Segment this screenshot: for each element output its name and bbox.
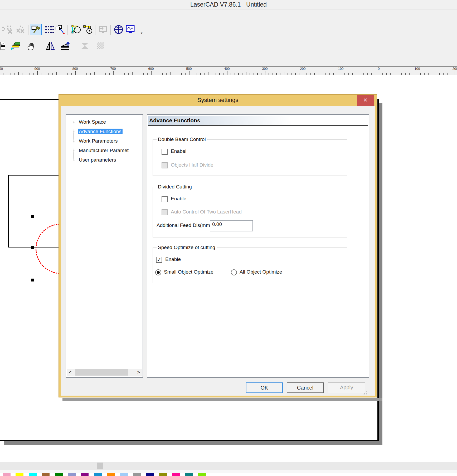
close-icon[interactable]: × [357,95,374,106]
speed-enable-label: Enable [165,256,181,262]
invert-disabled-icon[interactable] [79,40,91,52]
palette-color-swatch[interactable] [159,473,167,476]
object-list-icon[interactable] [43,24,55,35]
settings-tree-panel: Work Space Advance Functions Work Parame… [66,114,143,378]
palette-color-swatch[interactable] [146,473,154,476]
mirror-horizontal-icon[interactable] [45,40,56,52]
panel-header-title: Advance Functions [149,116,368,125]
tree-item-work-parameters[interactable]: Work Parameters [66,137,143,146]
toolbar-separator [67,25,68,35]
double-beam-control-group: Double Beam Control Enabel Objects Half … [153,139,347,176]
advance-functions-panel: Advance Functions Double Beam Control En… [147,114,369,378]
remove-node-disabled-icon[interactable] [4,24,16,35]
apply-button: Apply [328,382,365,393]
ruler-label: 800 [72,67,78,71]
speed-optimize-group: Speed Optimize of cutting ✓ Enable Small… [153,247,347,283]
tree-item-advance-functions[interactable]: Advance Functions [66,127,143,136]
page-top-border [0,99,59,100]
speed-enable-checkbox[interactable]: ✓ [156,257,162,263]
palette-color-swatch[interactable] [107,473,115,476]
toolbar-separator [28,25,28,35]
ruler-label: 500 [186,67,192,71]
window-titlebar[interactable]: LaserCAD V7.86.1 - Untitled [0,0,457,10]
ruler-label: 300 [262,67,268,71]
selection-handle[interactable] [31,215,34,218]
rotate-center-icon[interactable] [82,24,93,35]
group-title: Divided Cutting [157,184,193,190]
tree-horizontal-scrollbar[interactable]: < > [67,369,142,376]
system-settings-dialog: System settings × Work Space Advance Fun… [59,94,377,397]
fill-pattern-disabled-icon[interactable] [95,40,106,52]
palette-color-swatch[interactable] [185,473,193,476]
palette-color-swatch[interactable] [42,473,50,476]
app-window: LaserCAD V7.86.1 - Untitled ▾ [0,0,457,476]
dialog-titlebar[interactable]: System settings [59,95,377,106]
ruler-label: 1000 [0,67,3,71]
preview-monitor-icon[interactable] [124,24,136,35]
page-shadow-bottom [4,441,382,445]
edit-pick-tool-icon[interactable] [30,24,42,35]
checker-pattern [97,42,104,49]
small-object-optimize-radio[interactable] [155,269,161,275]
window-title: LaserCAD V7.86.1 - Untitled [190,1,267,8]
canvas-horizontal-scrollbar[interactable] [0,462,457,470]
ruler-label: -200 [451,67,457,71]
array-copy-icon[interactable] [9,40,20,52]
divided-cutting-group: Divided Cutting Enable Auto Control Of T… [153,187,347,237]
palette-color-swatch[interactable] [94,473,102,476]
top-chrome [0,0,457,66]
auto-control-checkbox [162,209,168,215]
ok-button[interactable]: OK [246,382,283,393]
scrollbar-thumb[interactable] [75,369,128,376]
enabel-label: Enabel [171,148,186,154]
ruler-label: 600 [148,67,154,71]
clone-move-icon[interactable] [54,24,66,35]
dialog-shadow [62,398,382,401]
more-tools-dropdown-icon[interactable]: ▾ [141,31,143,35]
resize-grip[interactable] [363,391,367,396]
palette-color-swatch[interactable] [133,473,141,476]
scroll-right-icon[interactable]: > [135,369,142,376]
toolbar-separator [95,25,95,35]
palette-color-swatch[interactable] [172,473,180,476]
group-title: Speed Optimize of cutting [157,245,217,250]
palette-color-swatch[interactable] [3,473,11,476]
ruler-minor-ticks [0,73,457,75]
panel-header: Advance Functions [148,116,368,126]
tree-item-manufacturer-parameters[interactable]: Manufacturer Paramet [66,146,143,155]
palette-color-swatch[interactable] [55,473,63,476]
cancel-button[interactable]: Cancel [287,382,324,393]
node-edit-icon[interactable] [70,24,82,35]
selection-handle[interactable] [31,279,34,281]
ruler-label: 900 [35,67,40,71]
divided-enable-checkbox[interactable] [162,196,168,202]
ruler-label: 200 [300,67,306,71]
tree-item-work-space[interactable]: Work Space [66,118,143,127]
objects-half-divide-label: Objects Half Divide [171,162,213,168]
laser-position-wheel-icon[interactable] [113,24,124,35]
sheet-partial-icon[interactable] [0,40,7,52]
statusbar-strip [0,470,457,473]
canvas-scrollbar-thumb[interactable] [97,463,103,469]
pan-hand-icon[interactable] [25,40,37,52]
divided-enable-label: Enable [171,196,186,202]
palette-color-swatch[interactable] [68,473,76,476]
mirror-vertical-icon[interactable] [60,40,71,52]
page-shadow-right [379,103,382,445]
ruler-label: 0 [378,67,380,71]
enabel-checkbox[interactable] [162,149,168,155]
dialog-body: Work Space Advance Functions Work Parame… [61,106,375,396]
download-to-machine-disabled-icon[interactable] [97,24,109,35]
palette-color-swatch[interactable] [81,473,89,476]
palette-color-swatch[interactable] [16,473,23,476]
additional-feed-input[interactable]: 0.00 [210,220,253,231]
break-node-disabled-icon[interactable] [15,24,26,35]
palette-color-swatch[interactable] [29,473,37,476]
scroll-left-icon[interactable]: < [67,369,74,376]
ruler-label: -100 [413,67,420,71]
selection-handle[interactable] [31,246,34,249]
palette-color-swatch[interactable] [198,473,206,476]
tree-item-user-parameters[interactable]: User parameters [66,156,143,165]
palette-color-swatch[interactable] [120,473,128,476]
all-object-optimize-radio[interactable] [231,269,237,275]
